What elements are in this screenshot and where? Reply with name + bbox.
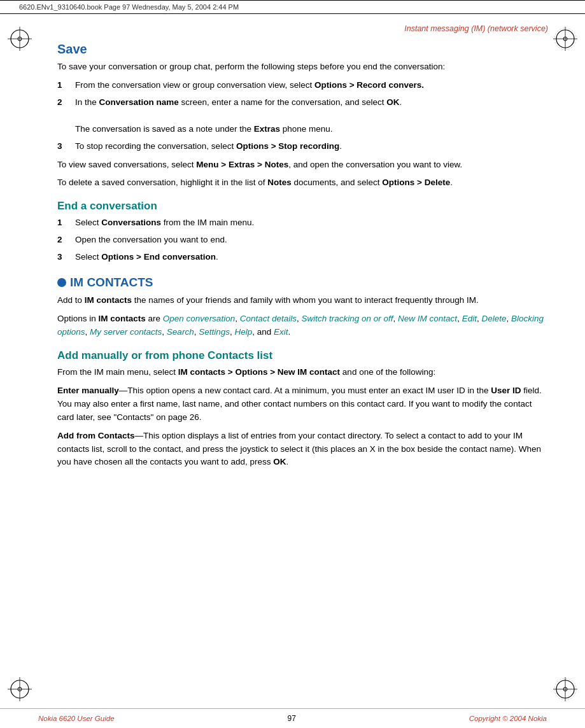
add-from-contacts-para: Add from Contacts—This option displays a… [57,430,547,470]
page-header-title: Instant messaging (IM) (network service) [404,24,548,33]
corner-decor-tl [8,27,32,51]
page-wrapper: 6620.ENv1_9310640.book Page 97 Wednesday… [0,0,585,728]
end-step-2: 2 Open the conversation you want to end. [57,234,547,247]
footer-page-number: 97 [287,714,295,723]
im-contacts-heading: IM CONTACTS [70,276,153,290]
save-step-2: 2 In the Conversation name screen, enter… [57,96,547,136]
main-content: Save To save your conversation or group … [0,42,585,469]
bullet-icon [57,278,66,287]
enter-manually-para: Enter manually—This option opens a new c… [57,384,547,424]
im-contacts-heading-wrapper: IM CONTACTS [57,276,547,290]
corner-decor-br [553,677,577,701]
top-bar-text: 6620.ENv1_9310640.book Page 97 Wednesday… [19,3,239,11]
end-conversation-steps: 1 Select Conversations from the IM main … [57,216,547,264]
save-para1: To view saved conversations, select Menu… [57,158,547,172]
end-conversation-heading: End a conversation [57,200,547,213]
save-para2: To delete a saved conversation, highligh… [57,176,547,190]
corner-decor-bl [8,677,32,701]
end-step-1: 1 Select Conversations from the IM main … [57,216,547,230]
end-step-3: 3 Select Options > End conversation. [57,251,547,264]
page-header: Instant messaging (IM) (network service) [0,18,585,36]
im-contacts-para1: Add to IM contacts the names of your fri… [57,294,547,307]
footer-left: Nokia 6620 User Guide [38,715,115,722]
top-bar: 6620.ENv1_9310640.book Page 97 Wednesday… [0,0,585,14]
im-contacts-para2: Options in IM contacts are Open conversa… [57,312,547,339]
save-steps-list: 1 From the conversation view or group co… [57,79,547,153]
add-manually-intro: From the IM main menu, select IM contact… [57,366,547,379]
footer-right: Copyright © 2004 Nokia [469,715,547,722]
page-footer: Nokia 6620 User Guide 97 Copyright © 200… [0,708,585,728]
save-heading: Save [57,42,547,57]
save-step-1: 1 From the conversation view or group co… [57,79,547,92]
save-step-3: 3 To stop recording the conversation, se… [57,140,547,153]
corner-decor-tr [553,27,577,51]
add-manually-heading: Add manually or from phone Contacts list [57,349,547,362]
save-intro: To save your conversation or group chat,… [57,60,547,74]
